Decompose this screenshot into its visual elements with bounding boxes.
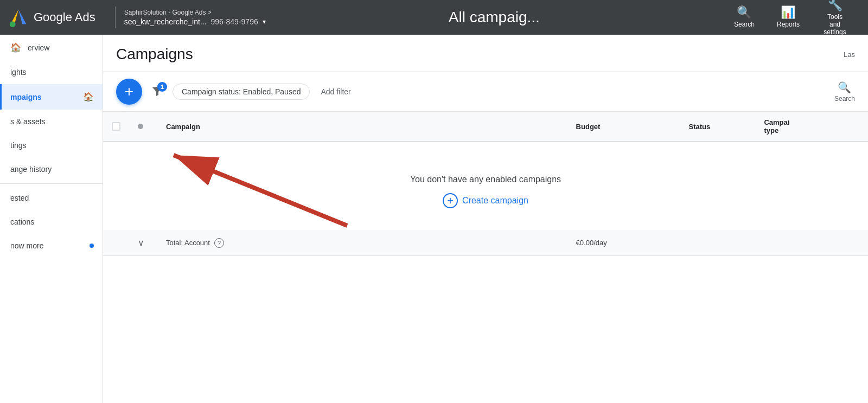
reports-icon: 📊 <box>781 7 795 18</box>
empty-state-content: You don't have any enabled campaigns + C… <box>112 175 859 208</box>
home-icon: 🏠 <box>10 42 21 53</box>
nav-search[interactable]: 🔍 Search <box>723 0 766 36</box>
total-budget-cell: €0.00/day <box>567 230 680 256</box>
main-content: Campaigns Las + 1 Campaign status: Enabl… <box>103 35 868 403</box>
th-budget[interactable]: Budget <box>567 112 680 142</box>
nav-actions: 🔍 Search 📊 Reports 🔧 Tools and settings <box>723 0 859 36</box>
camptype-label: Campaitype <box>764 118 789 135</box>
total-help-icon[interactable]: ? <box>214 238 224 248</box>
table-body: You don't have any enabled campaigns + C… <box>103 142 868 230</box>
th-check <box>103 112 129 142</box>
all-campaigns-label: All campaig... <box>266 9 723 26</box>
sidebar-divider <box>0 183 103 184</box>
nav-divider <box>115 7 116 28</box>
page-header: Campaigns Las <box>103 35 868 72</box>
table-search-icon: 🔍 <box>838 81 851 94</box>
google-ads-logo-icon <box>9 8 28 27</box>
status-dot-icon <box>138 124 143 129</box>
page-header-right: Las <box>844 50 855 59</box>
filter-badge: 1 <box>157 82 167 92</box>
total-chevron-cell: ∨ <box>129 230 157 256</box>
table-footer: ∨ Total: Account ? €0.00/day <box>103 230 868 256</box>
logo-area: Google Ads <box>9 8 95 27</box>
toolbar: + 1 Campaign status: Enabled, Paused Add… <box>103 72 868 112</box>
add-filter-button[interactable]: Add filter <box>316 84 355 99</box>
svg-marker-1 <box>18 10 26 24</box>
sidebar-item-insights[interactable]: ights <box>0 60 103 84</box>
nav-reports[interactable]: 📊 Reports <box>766 0 810 36</box>
sidebar-item-overview[interactable]: 🏠 erview <box>0 35 103 60</box>
tools-icon: 🔧 <box>828 0 843 11</box>
create-campaign-button[interactable]: + Create campaign <box>443 193 528 208</box>
th-campaign-type[interactable]: Campaitype <box>755 112 868 142</box>
sidebar-item-campaigns[interactable]: mpaigns 🏠 <box>0 84 103 110</box>
sidebar-item-locations[interactable]: cations <box>0 210 103 234</box>
total-check <box>103 230 129 256</box>
create-campaign-icon: + <box>443 193 458 208</box>
sidebar-item-tested[interactable]: ested <box>0 186 103 210</box>
select-all-checkbox[interactable] <box>112 122 120 131</box>
table-header: Campaign Budget Status Campaitype <box>103 112 868 142</box>
show-more-dot <box>90 244 94 248</box>
total-row: ∨ Total: Account ? €0.00/day <box>103 230 868 256</box>
svg-point-2 <box>10 21 16 27</box>
account-name-row[interactable]: seo_kw_recherche_int... 996-849-9796 ▾ <box>124 17 266 26</box>
search-icon: 🔍 <box>737 7 751 18</box>
campaign-icon: 🏠 <box>83 92 94 102</box>
nav-tools[interactable]: 🔧 Tools and settings <box>810 0 859 36</box>
total-label-cell: Total: Account ? <box>157 230 567 256</box>
add-campaign-button[interactable]: + <box>116 79 142 105</box>
sidebar-item-settings[interactable]: tings <box>0 133 103 157</box>
top-navigation: Google Ads SaphirSolution - Google Ads >… <box>0 0 868 35</box>
sidebar-item-assets[interactable]: s & assets <box>0 110 103 133</box>
account-breadcrumb: SaphirSolution - Google Ads > <box>124 9 266 16</box>
table-search-button[interactable]: 🔍 Search <box>834 81 855 103</box>
filter-chip-status[interactable]: Campaign status: Enabled, Paused <box>173 84 310 100</box>
th-status[interactable]: Status <box>680 112 755 142</box>
sidebar-item-change-history[interactable]: ange history <box>0 157 103 181</box>
th-status-dot <box>129 112 157 142</box>
filter-button[interactable]: 1 <box>149 83 166 100</box>
page-title: Campaigns <box>116 46 193 63</box>
campaigns-table-container: Campaign Budget Status Campaitype <box>103 112 868 256</box>
total-expand-icon[interactable]: ∨ <box>138 238 144 247</box>
sidebar-item-show-more[interactable]: now more <box>0 234 103 258</box>
total-status-cell <box>680 230 755 256</box>
total-type-cell <box>755 230 868 256</box>
empty-state-row: You don't have any enabled campaigns + C… <box>103 142 868 230</box>
total-label: Total: Account ? <box>166 238 559 248</box>
sidebar: 🏠 erview ights mpaigns 🏠 s & assets ting… <box>0 35 103 403</box>
empty-state-cell: You don't have any enabled campaigns + C… <box>103 142 868 230</box>
empty-state-message: You don't have any enabled campaigns <box>410 175 561 184</box>
account-info: SaphirSolution - Google Ads > seo_kw_rec… <box>124 9 266 26</box>
campaigns-table: Campaign Budget Status Campaitype <box>103 112 868 256</box>
main-layout: 🏠 erview ights mpaigns 🏠 s & assets ting… <box>0 35 868 403</box>
app-title: Google Ads <box>34 10 95 24</box>
th-campaign[interactable]: Campaign <box>157 112 567 142</box>
